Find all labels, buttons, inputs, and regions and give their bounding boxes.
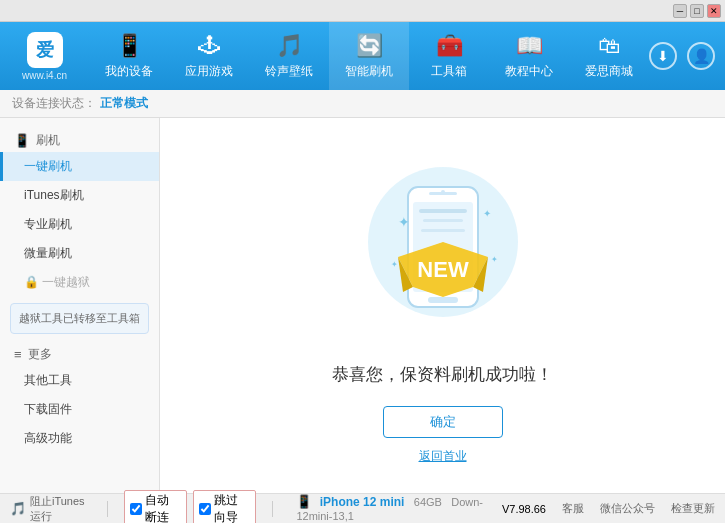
nav-smart-flash-label: 智能刷机 xyxy=(345,63,393,80)
device-name: iPhone 12 mini xyxy=(320,495,405,509)
skip-wizard-input[interactable] xyxy=(199,503,211,515)
nav-ringtones[interactable]: 🎵 铃声壁纸 xyxy=(249,22,329,90)
device-capacity: 64GB xyxy=(414,496,442,508)
bottom-right-section: V7.98.66 客服 微信公众号 检查更新 xyxy=(502,501,715,516)
itunes-label: 阻止iTunes运行 xyxy=(30,494,91,524)
store-icon: 🛍 xyxy=(598,33,620,59)
success-svg: NEW ✦ ✦ ✦ ✦ xyxy=(343,147,543,347)
bottom-bar: 🎵 阻止iTunes运行 自动断连 跳过向导 📱 iPhone 12 mini … xyxy=(0,493,725,523)
sidebar-other-tools-label: 其他工具 xyxy=(24,373,72,387)
skip-wizard-checkbox[interactable]: 跳过向导 xyxy=(193,490,256,524)
svg-rect-6 xyxy=(419,209,467,213)
retry-link[interactable]: 返回首业 xyxy=(419,448,467,465)
sidebar-section-more-label: 更多 xyxy=(28,346,52,363)
sidebar-section-flash: 📱 刷机 xyxy=(0,126,159,152)
maximize-button[interactable]: □ xyxy=(690,4,704,18)
smart-flash-icon: 🔄 xyxy=(356,33,383,59)
sidebar-item-download-firmware[interactable]: 下载固件 xyxy=(0,395,159,424)
nav-my-device-label: 我的设备 xyxy=(105,63,153,80)
nav-store-label: 爱思商城 xyxy=(585,63,633,80)
logo-icon: 爱 xyxy=(27,32,63,68)
sidebar-disabled-jailbreak: 🔒 一键越狱 xyxy=(0,268,159,297)
main-layout: 📱 刷机 一键刷机 iTunes刷机 专业刷机 微量刷机 🔒 一键越狱 越狱工具… xyxy=(0,118,725,493)
nav-toolbox[interactable]: 🧰 工具箱 xyxy=(409,22,489,90)
device-info: 📱 iPhone 12 mini 64GB Down-12mini-13,1 xyxy=(296,494,502,523)
sidebar-info-text: 越狱工具已转移至工具箱 xyxy=(19,312,140,324)
nav-right-actions: ⬇ 👤 xyxy=(649,42,725,70)
nav-ringtones-label: 铃声壁纸 xyxy=(265,63,313,80)
sidebar-item-advanced[interactable]: 高级功能 xyxy=(0,424,159,453)
confirm-button[interactable]: 确定 xyxy=(383,406,503,438)
version-label: V7.98.66 xyxy=(502,503,546,515)
top-navigation: 爱 www.i4.cn 📱 我的设备 🕹 应用游戏 🎵 铃声壁纸 🔄 智能刷机 … xyxy=(0,22,725,90)
sidebar-item-micro-flash[interactable]: 微量刷机 xyxy=(0,239,159,268)
sidebar-download-firmware-label: 下载固件 xyxy=(24,402,72,416)
nav-tutorials[interactable]: 📖 教程中心 xyxy=(489,22,569,90)
sidebar-info-box: 越狱工具已转移至工具箱 xyxy=(10,303,149,334)
more-section-icon: ≡ xyxy=(14,347,22,362)
nav-tutorials-label: 教程中心 xyxy=(505,63,553,80)
skip-wizard-label: 跳过向导 xyxy=(214,492,250,524)
sidebar-item-itunes-flash[interactable]: iTunes刷机 xyxy=(0,181,159,210)
sidebar-micro-label: 微量刷机 xyxy=(24,246,72,260)
success-message: 恭喜您，保资料刷机成功啦！ xyxy=(332,363,553,386)
sidebar-pro-label: 专业刷机 xyxy=(24,217,72,231)
auto-disconnect-checkbox[interactable]: 自动断连 xyxy=(124,490,187,524)
nav-smart-flash[interactable]: 🔄 智能刷机 xyxy=(329,22,409,90)
auto-disconnect-label: 自动断连 xyxy=(145,492,181,524)
svg-text:NEW: NEW xyxy=(417,257,469,282)
sidebar-advanced-label: 高级功能 xyxy=(24,431,72,445)
my-device-icon: 📱 xyxy=(116,33,143,59)
divider xyxy=(107,501,108,517)
svg-rect-3 xyxy=(428,297,458,303)
tutorials-icon: 📖 xyxy=(516,33,543,59)
download-button[interactable]: ⬇ xyxy=(649,42,677,70)
svg-text:✦: ✦ xyxy=(491,255,498,264)
bottom-checkboxes: 自动断连 跳过向导 xyxy=(124,490,255,524)
toolbox-icon: 🧰 xyxy=(436,33,463,59)
status-label: 设备连接状态： xyxy=(12,95,96,112)
check-update-link[interactable]: 检查更新 xyxy=(671,501,715,516)
nav-apps-games-label: 应用游戏 xyxy=(185,63,233,80)
device-phone-icon: 📱 xyxy=(296,494,312,509)
svg-text:✦: ✦ xyxy=(398,214,410,230)
wechat-link[interactable]: 微信公众号 xyxy=(600,501,655,516)
svg-text:✦: ✦ xyxy=(391,260,398,269)
nav-store[interactable]: 🛍 爱思商城 xyxy=(569,22,649,90)
sidebar-one-key-label: 一键刷机 xyxy=(24,159,72,173)
auto-disconnect-input[interactable] xyxy=(130,503,142,515)
svg-rect-7 xyxy=(423,219,463,222)
ringtones-icon: 🎵 xyxy=(276,33,303,59)
status-value: 正常模式 xyxy=(100,95,148,112)
sidebar-itunes-label: iTunes刷机 xyxy=(24,188,84,202)
logo-subtext: www.i4.cn xyxy=(22,70,67,81)
svg-text:✦: ✦ xyxy=(483,208,491,219)
itunes-bar: 🎵 阻止iTunes运行 xyxy=(10,494,91,524)
svg-point-5 xyxy=(441,190,445,194)
sidebar-item-one-key-flash[interactable]: 一键刷机 xyxy=(0,152,159,181)
logo-area: 爱 www.i4.cn xyxy=(0,32,89,81)
sidebar: 📱 刷机 一键刷机 iTunes刷机 专业刷机 微量刷机 🔒 一键越狱 越狱工具… xyxy=(0,118,160,493)
minimize-button[interactable]: ─ xyxy=(673,4,687,18)
sidebar-item-pro-flash[interactable]: 专业刷机 xyxy=(0,210,159,239)
close-button[interactable]: ✕ xyxy=(707,4,721,18)
sidebar-item-other-tools[interactable]: 其他工具 xyxy=(0,366,159,395)
user-button[interactable]: 👤 xyxy=(687,42,715,70)
sidebar-section-flash-label: 刷机 xyxy=(36,132,60,149)
nav-my-device[interactable]: 📱 我的设备 xyxy=(89,22,169,90)
content-area: NEW ✦ ✦ ✦ ✦ 恭喜您，保资料刷机成功啦！ 确定 返回首业 xyxy=(160,118,725,493)
apps-games-icon: 🕹 xyxy=(198,33,220,59)
support-link[interactable]: 客服 xyxy=(562,501,584,516)
nav-apps-games[interactable]: 🕹 应用游戏 xyxy=(169,22,249,90)
nav-items: 📱 我的设备 🕹 应用游戏 🎵 铃声壁纸 🔄 智能刷机 🧰 工具箱 📖 教程中心… xyxy=(89,22,649,90)
status-bar: 设备连接状态： 正常模式 xyxy=(0,90,725,118)
svg-rect-8 xyxy=(421,229,465,232)
title-bar: ─ □ ✕ xyxy=(0,0,725,22)
sidebar-section-more: ≡ 更多 xyxy=(0,340,159,366)
flash-section-icon: 📱 xyxy=(14,133,30,148)
nav-toolbox-label: 工具箱 xyxy=(431,63,467,80)
bottom-left-section: 🎵 阻止iTunes运行 自动断连 跳过向导 📱 iPhone 12 mini … xyxy=(10,490,502,524)
divider2 xyxy=(272,501,273,517)
success-illustration: NEW ✦ ✦ ✦ ✦ xyxy=(343,147,543,347)
itunes-icon: 🎵 xyxy=(10,501,26,516)
